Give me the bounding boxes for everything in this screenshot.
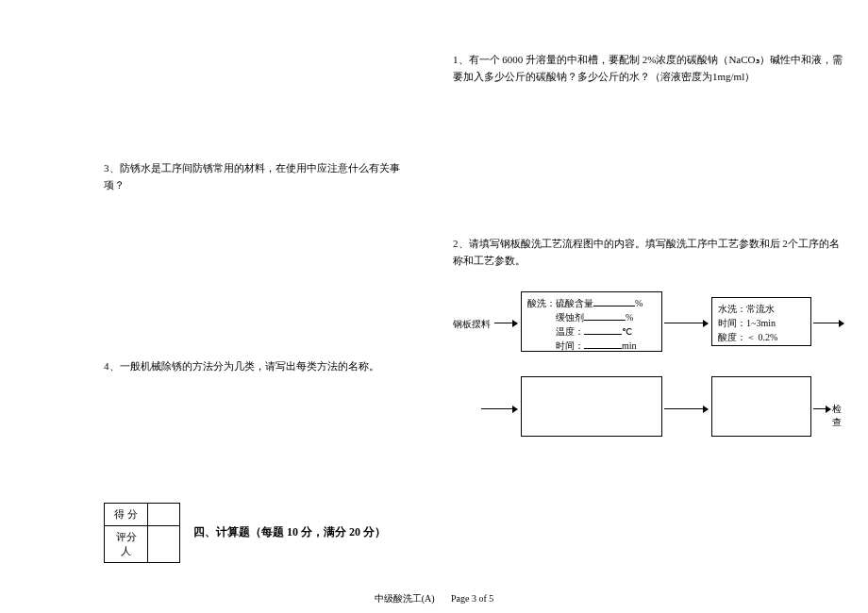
acid-l1a: 酸洗：硫酸含量 [527,298,593,308]
acid-l3a: 温度： [556,326,584,337]
footer-doc-name: 中级酸洗工(A) [375,593,435,604]
grader-label: 评分人 [105,525,148,562]
blank-field[interactable] [584,325,622,335]
section-4-title: 四、计算题（每题 10 分，满分 20 分） [193,524,386,540]
water-wash-box: 水洗：常流水 时间：1~3min 酸度：＜ 0.2% [711,297,811,346]
table-row: 得 分 [105,503,180,525]
grader-value-cell [148,525,180,562]
diagram-output-label: 检查 [832,403,849,429]
score-label: 得 分 [105,503,148,525]
diagram-input-label: 钢板摆料 [453,318,491,331]
acid-wash-box: 酸洗：硫酸含量% 缓蚀剂% 温度：℃ 时间：min [521,291,662,352]
arrow-icon [664,408,708,409]
arrow-icon [481,408,517,409]
question-4: 4、一般机械除锈的方法分为几类，请写出每类方法的名称。 [104,358,406,375]
acid-l4b: min [622,340,637,351]
wash-l3: 酸度：＜ 0.2% [718,330,805,344]
score-value-cell [148,503,180,525]
arrow-icon [494,323,517,323]
wash-l2: 时间：1~3min [718,316,805,330]
footer-page-number: Page 3 of 5 [451,593,493,604]
question-calc-2: 2、请填写钢板酸洗工艺流程图中的内容。填写酸洗工序中工艺参数和后 2个工序的名称… [453,236,849,269]
acid-l4a: 时间： [556,340,584,351]
acid-l1b: % [635,298,643,308]
page-footer: 中级酸洗工(A) Page 3 of 5 [0,592,868,605]
acid-l3b: ℃ [622,326,632,337]
arrow-icon [813,408,830,409]
table-row: 评分人 [105,525,180,562]
question-3: 3、防锈水是工序间防锈常用的材料，在使用中应注意什么有关事项？ [104,160,406,193]
process-flow-diagram: 钢板摆料 酸洗：硫酸含量% 缓蚀剂% 温度：℃ 时间：min 水洗：常流水 时间… [453,288,849,457]
blank-field[interactable] [584,340,622,349]
section-4-header: 得 分 评分人 四、计算题（每题 10 分，满分 20 分） [104,503,406,563]
blank-field[interactable] [584,311,626,321]
question-calc-1: 1、有一个 6000 升溶量的中和槽，要配制 2%浓度的碳酸钠（NaCO₃）碱性… [453,52,849,85]
blank-field[interactable] [593,297,635,306]
wash-l1: 水洗：常流水 [718,302,805,316]
empty-step-box-2[interactable] [711,376,811,437]
acid-l2a: 缓蚀剂 [556,312,584,323]
arrow-icon [813,323,843,323]
empty-step-box-1[interactable] [521,376,662,437]
arrow-icon [664,323,708,323]
score-table: 得 分 评分人 [104,503,180,563]
acid-l2b: % [626,312,633,323]
